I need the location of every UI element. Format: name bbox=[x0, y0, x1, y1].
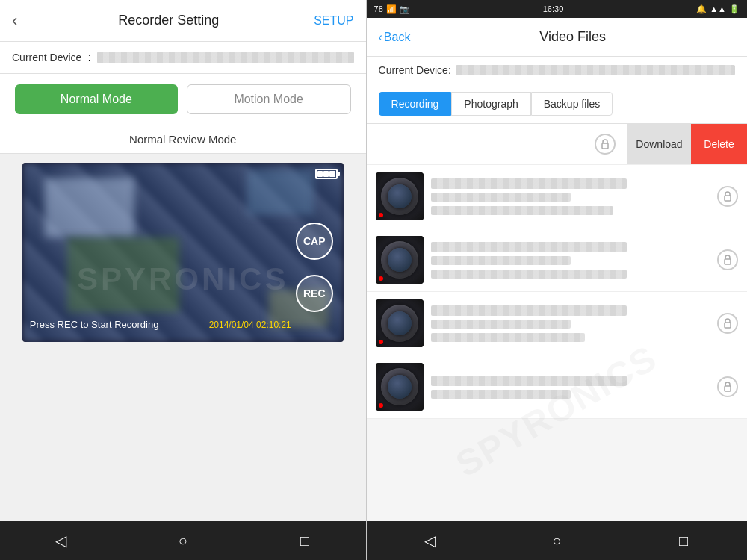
cap-button[interactable]: CAP bbox=[296, 223, 333, 260]
camera-thumb-3 bbox=[376, 299, 424, 347]
lens-outer-1 bbox=[381, 178, 418, 215]
review-mode-label: Normal Review Mode bbox=[0, 125, 366, 154]
tab-row: Recording Photograph Backup files bbox=[367, 84, 747, 124]
bottom-nav-left: ◁ ○ □ bbox=[0, 521, 366, 560]
nav-square-right[interactable]: □ bbox=[669, 532, 698, 550]
battery-bar1 bbox=[317, 171, 323, 177]
file-info-2 bbox=[424, 242, 711, 279]
camera-lens-1 bbox=[376, 172, 424, 220]
lock-svg-2 bbox=[723, 255, 732, 265]
lock-svg-3 bbox=[723, 318, 732, 329]
svg-rect-2 bbox=[725, 259, 731, 264]
lock-svg-4 bbox=[723, 382, 732, 392]
device-row-right: Current Device: bbox=[367, 57, 747, 84]
list-item bbox=[367, 355, 747, 419]
file-meta-2b bbox=[431, 270, 627, 279]
nav-back-left[interactable]: ◁ bbox=[46, 532, 76, 550]
video-timestamp: 2014/01/04 02:10:21 bbox=[209, 320, 291, 330]
red-dot-4 bbox=[379, 403, 383, 408]
mov-info: MOV 02:09:22 20,3 MB bbox=[367, 131, 616, 157]
setup-button[interactable]: SETUP bbox=[314, 14, 353, 28]
file-meta-3b bbox=[431, 333, 586, 342]
mov-label: MOV bbox=[367, 131, 583, 143]
lock-svg-1 bbox=[723, 191, 732, 202]
file-meta-4 bbox=[431, 390, 571, 399]
nav-back-right[interactable]: ◁ bbox=[415, 532, 444, 550]
lens-inner-4 bbox=[388, 375, 412, 399]
left-panel: ‹ Recorder Setting SETUP Current Device:… bbox=[0, 0, 366, 560]
press-rec-text: Press REC to Start Recording bbox=[30, 319, 159, 330]
page-title-left: Recorder Setting bbox=[23, 13, 314, 28]
battery-bar2 bbox=[323, 171, 329, 177]
lens-outer-3 bbox=[381, 305, 418, 342]
lock-icon-2[interactable] bbox=[717, 249, 738, 270]
lens-outer-2 bbox=[381, 241, 418, 279]
download-button[interactable]: Download bbox=[627, 124, 691, 164]
list-item bbox=[367, 292, 747, 355]
device-row-left: Current Device: bbox=[0, 42, 366, 74]
red-dot-3 bbox=[379, 340, 383, 344]
svg-rect-3 bbox=[725, 323, 731, 328]
nav-home-left[interactable]: ○ bbox=[168, 532, 198, 550]
video-preview-container: CAP REC Press REC to Start Recording 201… bbox=[22, 163, 344, 342]
file-meta-1b bbox=[431, 206, 613, 215]
status-right-icons: 🔔 ▲▲ 🔋 bbox=[696, 4, 740, 14]
svg-rect-0 bbox=[602, 143, 608, 149]
file-meta-2 bbox=[431, 256, 571, 265]
status-icon-signal: 📶 bbox=[386, 4, 397, 14]
delete-button[interactable]: Delete bbox=[691, 124, 747, 164]
tab-recording[interactable]: Recording bbox=[379, 92, 452, 116]
file-info-1 bbox=[424, 178, 711, 215]
file-name-2 bbox=[431, 242, 627, 252]
back-button-right[interactable]: ‹ Back bbox=[379, 31, 411, 44]
back-label-right: Back bbox=[384, 31, 411, 44]
lock-icon-1[interactable] bbox=[717, 186, 738, 207]
status-alarm-icon: 🔔 bbox=[696, 4, 707, 14]
status-left-icons: 78 📶 📷 bbox=[374, 4, 410, 14]
red-dot-1 bbox=[379, 213, 383, 217]
file-name-4 bbox=[431, 376, 627, 386]
bottom-nav-bar-left: ◁ ○ □ bbox=[0, 521, 366, 560]
device-value-left bbox=[97, 52, 354, 63]
rec-button[interactable]: REC bbox=[296, 275, 333, 312]
patch2 bbox=[247, 170, 314, 215]
video-preview: CAP REC Press REC to Start Recording 201… bbox=[22, 163, 344, 342]
file-item-content-4 bbox=[367, 355, 747, 418]
lens-inner-3 bbox=[388, 311, 412, 335]
swipe-actions-0: Download Delete bbox=[627, 124, 747, 164]
right-panel: 78 📶 📷 16:30 🔔 ▲▲ 🔋 ‹ Back Video Files C… bbox=[367, 0, 747, 560]
left-header: ‹ Recorder Setting SETUP bbox=[0, 0, 366, 42]
device-label-left: Current Device bbox=[12, 52, 81, 63]
lens-inner-1 bbox=[388, 184, 412, 208]
device-label-left-colon: : bbox=[87, 51, 90, 64]
tab-backup-files[interactable]: Backup files bbox=[531, 92, 613, 116]
nav-home-right[interactable]: ○ bbox=[542, 532, 571, 550]
video-overlay bbox=[22, 163, 344, 342]
list-item bbox=[367, 228, 747, 292]
lock-icon-0[interactable] bbox=[595, 134, 616, 155]
lock-icon-3[interactable] bbox=[717, 313, 738, 334]
file-name-1 bbox=[431, 178, 627, 189]
status-time: 16:30 bbox=[543, 4, 564, 13]
back-button-left[interactable]: ‹ bbox=[12, 11, 17, 31]
device-label-right: Current Device: bbox=[379, 64, 451, 76]
motion-mode-button[interactable]: Motion Mode bbox=[187, 84, 351, 114]
nav-square-left[interactable]: □ bbox=[290, 532, 320, 550]
patch3 bbox=[67, 237, 179, 312]
camera-thumb-1 bbox=[376, 172, 424, 220]
status-icon-78: 78 bbox=[374, 4, 383, 13]
status-icon-camera: 📷 bbox=[400, 4, 410, 14]
normal-mode-button[interactable]: Normal Mode bbox=[15, 84, 178, 114]
file-name-3 bbox=[431, 305, 627, 316]
lock-icon-4[interactable] bbox=[717, 376, 738, 397]
lock-svg-0 bbox=[601, 139, 610, 149]
tab-photograph[interactable]: Photograph bbox=[451, 92, 530, 116]
file-list: MOV 02:09:22 20,3 MB Download Delete bbox=[367, 124, 747, 521]
file-meta-1 bbox=[431, 193, 571, 202]
file-item-content-1 bbox=[367, 165, 747, 228]
status-wifi-icon: ▲▲ bbox=[710, 4, 726, 13]
camera-lens-2 bbox=[376, 236, 424, 284]
lens-inner-2 bbox=[388, 248, 412, 272]
mov-file-row: MOV 02:09:22 20,3 MB Download Delete bbox=[367, 124, 747, 165]
bottom-nav-right: ◁ ○ □ bbox=[367, 521, 747, 560]
